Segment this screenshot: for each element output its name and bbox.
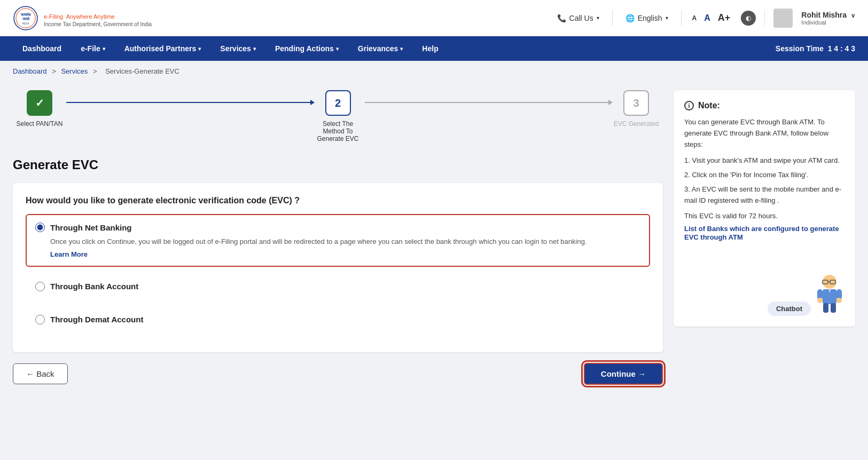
note-step-1: 1. Visit your bank's ATM and swipe your …	[684, 155, 844, 166]
chatbot-area: Chatbot	[684, 273, 844, 316]
option-demat-account-header: Through Demat Account	[35, 315, 640, 324]
option-demat-account[interactable]: Through Demat Account	[26, 306, 650, 333]
logo-efiling: e-Filing Anywhere Anytime	[44, 9, 152, 21]
breadcrumb-dashboard[interactable]: Dashboard	[13, 67, 47, 75]
nav-help[interactable]: Help	[412, 36, 448, 61]
option-net-banking-desc: Once you click on Continue, you will be …	[50, 236, 640, 247]
nav-grievances[interactable]: Grievances ▾	[348, 36, 413, 61]
emblem-icon: सत्यमेव जयते INDIA	[13, 5, 38, 31]
nav-dashboard[interactable]: Dashboard	[13, 36, 71, 61]
action-buttons: ← Back Continue →	[13, 363, 663, 385]
divider-1	[612, 10, 613, 26]
svg-text:जयते: जयते	[22, 17, 30, 21]
nav-pending-actions[interactable]: Pending Actions ▾	[265, 36, 348, 61]
nav-efile-label: e-File	[81, 44, 100, 53]
step-3-label: EVC Generated	[614, 120, 659, 128]
language-label: English	[638, 14, 662, 22]
option-bank-account-label: Through Bank Account	[50, 282, 138, 291]
nav-services-label: Services	[220, 44, 251, 53]
chevron-down-icon: ▾	[400, 46, 403, 52]
note-intro: You can generate EVC through Bank ATM. T…	[684, 117, 844, 150]
step-1-label: Select PAN/TAN	[17, 120, 63, 128]
generate-evc-card: How would you like to generate electroni…	[13, 183, 663, 352]
phone-icon: 📞	[557, 14, 566, 22]
main-content: ✓ Select PAN/TAN 2 Select The Method To …	[0, 82, 868, 402]
chevron-down-icon: ▾	[336, 46, 339, 52]
nav-efile[interactable]: e-File ▾	[71, 36, 115, 61]
svg-text:INDIA: INDIA	[22, 22, 29, 25]
contrast-icon: ◐	[746, 14, 751, 22]
header-right: 📞 Call Us ▾ 🌐 English ▾ A A A+ ◐ Rohit M…	[553, 9, 855, 28]
connector-line-2	[365, 102, 610, 103]
steps-container: ✓ Select PAN/TAN 2 Select The Method To …	[13, 90, 663, 142]
step-1: ✓ Select PAN/TAN	[13, 90, 66, 128]
nav-pending-label: Pending Actions	[275, 44, 334, 53]
language-button[interactable]: 🌐 English ▾	[621, 12, 672, 25]
breadcrumb-sep-1: >	[52, 67, 58, 75]
chevron-down-icon: ▾	[198, 46, 201, 52]
learn-more-link[interactable]: Learn More	[50, 250, 88, 258]
svg-rect-12	[823, 303, 828, 313]
step-2: 2 Select The Method To Generate EVC	[311, 90, 365, 142]
session-value: 1 4 : 4 3	[828, 44, 855, 53]
note-list: 1. Visit your bank's ATM and swipe your …	[684, 155, 844, 206]
card-question: How would you like to generate electroni…	[26, 196, 650, 205]
step-connector-2	[365, 90, 610, 103]
note-step-2: 2. Click on the 'Pin for Income Tax fili…	[684, 170, 844, 181]
nav-authorised-partners[interactable]: Authorised Partners ▾	[115, 36, 211, 61]
logo-area: सत्यमेव जयते INDIA e-Filing Anywhere Any…	[13, 5, 152, 31]
breadcrumb-services[interactable]: Services	[61, 67, 88, 75]
divider-2	[681, 10, 682, 26]
option-bank-account-header: Through Bank Account	[35, 282, 640, 291]
avatar	[773, 9, 793, 28]
call-us-label: Call Us	[569, 14, 593, 22]
chatbot-figure	[815, 273, 844, 316]
svg-point-15	[836, 298, 842, 303]
note-header: i Note:	[684, 101, 844, 110]
radio-bank-account[interactable]	[35, 282, 45, 291]
font-small-button[interactable]: A	[690, 13, 699, 23]
step-3-circle: 3	[623, 90, 649, 116]
option-bank-account[interactable]: Through Bank Account	[26, 273, 650, 300]
globe-icon: 🌐	[625, 14, 635, 22]
note-step-3: 3. An EVC will be sent to the mobile num…	[684, 184, 844, 207]
option-demat-account-label: Through Demat Account	[50, 315, 143, 324]
right-panel: i Note: You can generate EVC through Ban…	[674, 90, 855, 327]
font-medium-button[interactable]: A	[702, 12, 713, 24]
step-connector-1	[66, 90, 311, 103]
svg-text:सत्यमेव: सत्यमेव	[20, 12, 31, 17]
font-controls: A A A+	[690, 11, 733, 25]
contrast-button[interactable]: ◐	[741, 11, 756, 26]
breadcrumb-sep-2: >	[93, 67, 99, 75]
radio-net-banking[interactable]	[35, 223, 45, 232]
chatbot-label[interactable]: Chatbot	[768, 302, 811, 316]
divider-3	[764, 10, 765, 26]
radio-demat-account[interactable]	[35, 315, 45, 324]
step-1-circle: ✓	[27, 90, 52, 116]
note-validity: This EVC is valid for 72 hours.	[684, 212, 844, 220]
breadcrumb-current: Services-Generate EVC	[105, 67, 179, 75]
chevron-down-icon-lang: ▾	[666, 15, 668, 21]
option-net-banking[interactable]: Through Net Banking Once you click on Co…	[26, 214, 650, 267]
step-3: 3 EVC Generated	[609, 90, 663, 128]
info-icon: i	[684, 101, 694, 110]
user-name: Rohit Mishra ∨	[801, 11, 855, 19]
navbar: Dashboard e-File ▾ Authorised Partners ▾…	[0, 36, 868, 61]
header: सत्यमेव जयते INDIA e-Filing Anywhere Any…	[0, 0, 868, 36]
session-time: Session Time 1 4 : 4 3	[776, 44, 855, 53]
user-menu[interactable]: Rohit Mishra ∨ Individual	[801, 11, 855, 26]
call-us-button[interactable]: 📞 Call Us ▾	[553, 12, 604, 25]
chevron-down-icon: ▾	[253, 46, 256, 52]
continue-button[interactable]: Continue →	[584, 363, 663, 385]
user-role: Individual	[801, 19, 855, 26]
logo-efiling-text: e-Filing	[44, 13, 63, 20]
nav-services[interactable]: Services ▾	[210, 36, 265, 61]
nav-grievances-label: Grievances	[358, 44, 398, 53]
font-large-button[interactable]: A+	[716, 11, 733, 25]
atm-link[interactable]: List of Banks which are configured to ge…	[684, 225, 839, 241]
logo-text: e-Filing Anywhere Anytime Income Tax Dep…	[44, 9, 152, 27]
page-title: Generate EVC	[13, 157, 663, 172]
back-button[interactable]: ← Back	[13, 363, 68, 384]
nav-partners-label: Authorised Partners	[124, 44, 197, 53]
step-2-label: Select The Method To Generate EVC	[311, 120, 365, 142]
